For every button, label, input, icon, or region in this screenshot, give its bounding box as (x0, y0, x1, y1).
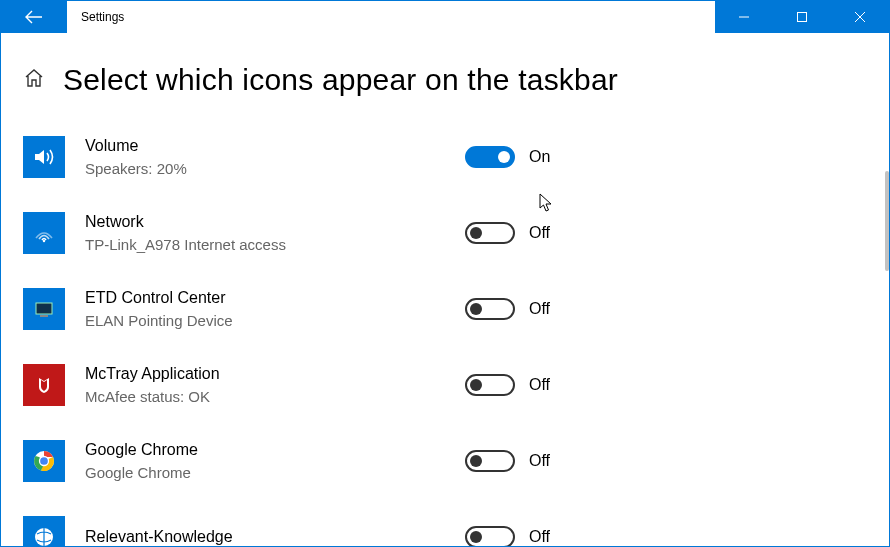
setting-title: Network (85, 212, 465, 233)
toggle-wrap: Off (465, 450, 550, 472)
page-content: Select which icons appear on the taskbar… (1, 33, 889, 546)
back-button[interactable] (1, 1, 67, 33)
toggle-network[interactable] (465, 222, 515, 244)
setting-subtitle: Speakers: 20% (85, 159, 465, 179)
monitor-icon (23, 288, 65, 330)
toggle-relevant-knowledge[interactable] (465, 526, 515, 546)
setting-row-relevant-knowledge: Relevant-Knowledge Off (23, 513, 889, 546)
svg-rect-0 (798, 13, 807, 22)
setting-text: Network TP-Link_A978 Internet access (85, 212, 465, 254)
svg-rect-2 (36, 303, 52, 314)
titlebar: Settings (1, 1, 889, 33)
close-button[interactable] (831, 1, 889, 33)
window-controls (715, 1, 889, 33)
minimize-button[interactable] (715, 1, 773, 33)
page-header: Select which icons appear on the taskbar (23, 63, 889, 97)
toggle-state-label: Off (529, 452, 550, 470)
setting-text: Relevant-Knowledge (85, 527, 465, 546)
minimize-icon (738, 11, 750, 23)
setting-subtitle: ELAN Pointing Device (85, 311, 465, 331)
toggle-state-label: Off (529, 528, 550, 546)
toggle-wrap: Off (465, 526, 550, 546)
toggle-state-label: Off (529, 300, 550, 318)
setting-title: McTray Application (85, 364, 465, 385)
setting-text: McTray Application McAfee status: OK (85, 364, 465, 406)
toggle-etd[interactable] (465, 298, 515, 320)
setting-text: ETD Control Center ELAN Pointing Device (85, 288, 465, 330)
window-title: Settings (67, 1, 715, 33)
volume-icon (23, 136, 65, 178)
setting-text: Volume Speakers: 20% (85, 136, 465, 178)
setting-row-volume: Volume Speakers: 20% On (23, 133, 889, 181)
svg-point-1 (43, 240, 45, 242)
toggle-wrap: Off (465, 222, 550, 244)
chrome-icon (23, 440, 65, 482)
setting-subtitle: Google Chrome (85, 463, 465, 483)
setting-text: Google Chrome Google Chrome (85, 440, 465, 482)
toggle-wrap: Off (465, 298, 550, 320)
setting-subtitle: TP-Link_A978 Internet access (85, 235, 465, 255)
toggle-chrome[interactable] (465, 450, 515, 472)
setting-row-chrome: Google Chrome Google Chrome Off (23, 437, 889, 485)
setting-subtitle: McAfee status: OK (85, 387, 465, 407)
page-title: Select which icons appear on the taskbar (63, 63, 618, 97)
setting-title: Google Chrome (85, 440, 465, 461)
mcafee-shield-icon (23, 364, 65, 406)
toggle-volume[interactable] (465, 146, 515, 168)
toggle-state-label: Off (529, 376, 550, 394)
setting-row-network: Network TP-Link_A978 Internet access Off (23, 209, 889, 257)
maximize-icon (796, 11, 808, 23)
toggle-wrap: On (465, 146, 550, 168)
setting-row-mctray: McTray Application McAfee status: OK Off (23, 361, 889, 409)
setting-title: ETD Control Center (85, 288, 465, 309)
setting-row-etd: ETD Control Center ELAN Pointing Device … (23, 285, 889, 333)
toggle-mctray[interactable] (465, 374, 515, 396)
network-icon (23, 212, 65, 254)
setting-title: Volume (85, 136, 465, 157)
app-icon (23, 516, 65, 546)
toggle-wrap: Off (465, 374, 550, 396)
scrollbar-thumb[interactable] (885, 171, 889, 271)
svg-rect-3 (40, 315, 48, 317)
close-icon (854, 11, 866, 23)
back-arrow-icon (24, 9, 44, 25)
maximize-button[interactable] (773, 1, 831, 33)
home-icon[interactable] (23, 67, 45, 93)
toggle-state-label: Off (529, 224, 550, 242)
setting-title: Relevant-Knowledge (85, 527, 465, 546)
toggle-state-label: On (529, 148, 550, 166)
